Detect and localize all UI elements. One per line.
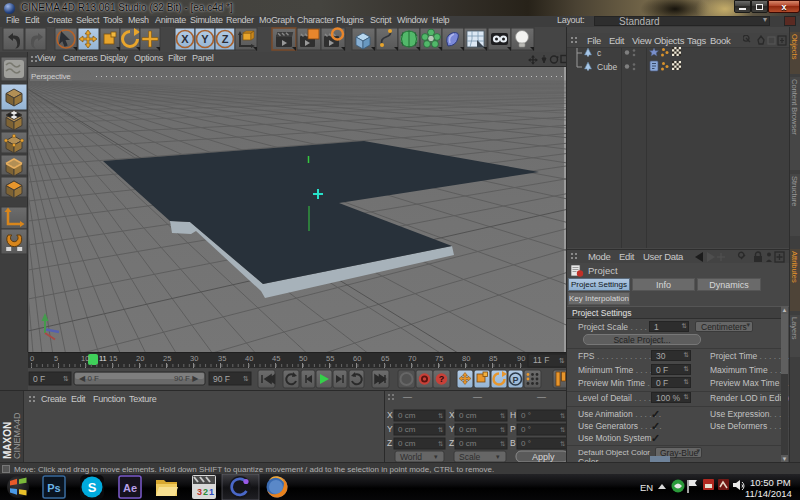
- svg-text:90 F ▶: 90 F ▶: [174, 374, 199, 383]
- svg-text:⇅: ⇅: [500, 412, 506, 419]
- svg-text:90 F: 90 F: [213, 374, 230, 384]
- svg-text:▾: ▾: [434, 453, 438, 460]
- svg-text:⇅: ⇅: [438, 426, 444, 433]
- svg-text:▾: ▾: [496, 453, 500, 460]
- svg-text:Apply: Apply: [532, 452, 555, 462]
- svg-text:Cube: Cube: [597, 62, 618, 72]
- svg-text:35: 35: [218, 354, 226, 363]
- svg-text:Z: Z: [222, 33, 229, 45]
- svg-text:0: 0: [30, 354, 34, 363]
- svg-text:3: 3: [197, 487, 202, 497]
- svg-text:—: —: [473, 392, 482, 402]
- svg-text:80: 80: [462, 354, 470, 363]
- svg-text:X: X: [449, 410, 455, 420]
- svg-text:11 F: 11 F: [533, 355, 549, 365]
- svg-text:P: P: [510, 424, 516, 434]
- svg-text:70: 70: [408, 354, 416, 363]
- svg-text:⇅: ⇅: [438, 440, 444, 447]
- svg-text:0 °: 0 °: [521, 425, 531, 434]
- svg-text:0 F: 0 F: [33, 374, 45, 384]
- svg-text:1: 1: [209, 487, 214, 497]
- svg-text:P: P: [512, 375, 518, 385]
- svg-text:40: 40: [245, 354, 253, 363]
- svg-text:45: 45: [272, 354, 280, 363]
- svg-text:2: 2: [203, 487, 208, 497]
- svg-text:11: 11: [99, 354, 107, 363]
- svg-text:0 cm: 0 cm: [459, 425, 477, 434]
- svg-text:X: X: [181, 33, 189, 45]
- svg-text:5: 5: [54, 354, 58, 363]
- svg-text:0 cm: 0 cm: [398, 411, 416, 420]
- svg-text:10: 10: [81, 354, 89, 363]
- svg-text:X: X: [387, 410, 393, 420]
- svg-text:0 °: 0 °: [521, 439, 531, 448]
- svg-text:Z: Z: [387, 438, 392, 448]
- svg-text:0 cm: 0 cm: [459, 439, 477, 448]
- svg-text:75: 75: [435, 354, 443, 363]
- svg-text:⇅: ⇅: [438, 412, 444, 419]
- svg-text:Y: Y: [201, 33, 209, 45]
- svg-text:S: S: [88, 480, 97, 495]
- svg-text:B: B: [510, 438, 516, 448]
- svg-text:Y: Y: [387, 424, 393, 434]
- svg-text:90: 90: [517, 354, 525, 363]
- svg-text:EN: EN: [640, 482, 653, 493]
- svg-text:Ae: Ae: [123, 482, 137, 494]
- svg-text:15: 15: [109, 354, 117, 363]
- svg-text:Ps: Ps: [47, 482, 60, 494]
- svg-text:55: 55: [326, 354, 334, 363]
- svg-text:0 cm: 0 cm: [398, 425, 416, 434]
- svg-text:0 °: 0 °: [521, 411, 531, 420]
- svg-text:11/14/2014: 11/14/2014: [745, 488, 792, 499]
- svg-text:Scale: Scale: [459, 452, 481, 462]
- svg-text:⇅: ⇅: [500, 440, 506, 447]
- svg-text:—: —: [403, 392, 412, 402]
- svg-text:65: 65: [381, 354, 389, 363]
- svg-text:World: World: [400, 452, 422, 462]
- svg-text:Y: Y: [449, 424, 455, 434]
- svg-text:⇅: ⇅: [63, 375, 69, 382]
- svg-text:⇅: ⇅: [500, 426, 506, 433]
- svg-text:0 cm: 0 cm: [459, 411, 477, 420]
- svg-text:25: 25: [163, 354, 171, 363]
- svg-text:⇅: ⇅: [243, 375, 249, 382]
- svg-text:10:50 PM: 10:50 PM: [750, 477, 791, 488]
- svg-text:H: H: [510, 410, 516, 420]
- svg-text:0 cm: 0 cm: [398, 439, 416, 448]
- svg-text:50: 50: [299, 354, 307, 363]
- svg-text:20: 20: [136, 354, 144, 363]
- svg-text:85: 85: [489, 354, 497, 363]
- svg-text:?: ?: [439, 374, 445, 384]
- svg-text:60: 60: [353, 354, 361, 363]
- svg-text:⇅: ⇅: [559, 357, 565, 364]
- svg-text:c: c: [597, 48, 602, 58]
- svg-text:—: —: [537, 392, 546, 402]
- svg-text:30: 30: [190, 354, 198, 363]
- svg-text:Z: Z: [449, 438, 454, 448]
- svg-text:◀ 0 F: ◀ 0 F: [79, 374, 99, 383]
